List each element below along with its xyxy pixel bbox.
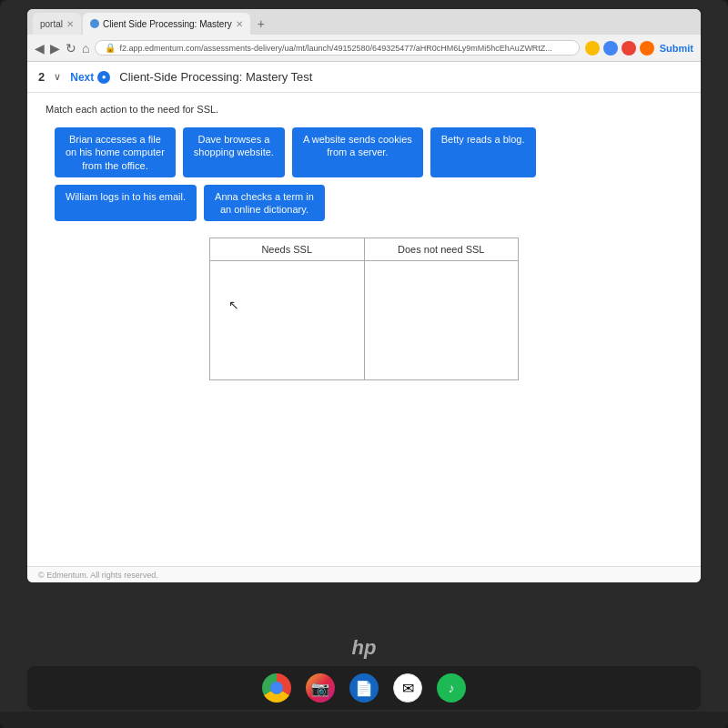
tab-mastery-icon xyxy=(90,19,99,28)
drag-item-dave[interactable]: Dave browses a shopping website. xyxy=(183,127,285,177)
tab-add-button[interactable]: + xyxy=(252,15,270,33)
submit-button[interactable]: Submit xyxy=(660,43,693,54)
tab-bar: portal ✕ Client Side Processing: Mastery… xyxy=(27,9,701,35)
forward-button[interactable]: ▶ xyxy=(50,41,60,56)
back-button[interactable]: ◀ xyxy=(35,41,45,56)
browser-icon-3 xyxy=(622,41,636,56)
next-icon: ● xyxy=(97,71,110,84)
page-title: Client-Side Processing: Mastery Test xyxy=(119,70,690,84)
drag-item-brian[interactable]: Brian accesses a file on his home comput… xyxy=(55,127,176,177)
footer: © Edmentum. All rights reserved. xyxy=(27,566,701,582)
drop-zone-needs-ssl[interactable]: ↖ xyxy=(210,261,365,379)
taskbar-camera-icon[interactable]: 📷 xyxy=(306,673,335,703)
tab-portal[interactable]: portal ✕ xyxy=(33,13,81,35)
tab-mastery-close[interactable]: ✕ xyxy=(236,19,243,29)
tab-mastery[interactable]: Client Side Processing: Mastery ✕ xyxy=(83,13,250,35)
keyboard-area xyxy=(0,712,728,728)
drop-zone-no-ssl[interactable] xyxy=(365,261,519,379)
taskbar-files-icon[interactable]: 📄 xyxy=(349,673,379,703)
drop-table-wrapper: Needs SSL Does not need SSL ↖ xyxy=(46,238,682,380)
instructions-text: Match each action to the need for SSL. xyxy=(46,104,682,115)
drop-table-header: Needs SSL Does not need SSL xyxy=(210,238,518,261)
address-bar: ◀ ▶ ↻ ⌂ 🔒 f2.app.edmentum.com/assessment… xyxy=(27,35,701,62)
main-content: Match each action to the need for SSL. B… xyxy=(27,93,701,566)
app-header: 2 ∨ Next ● Client-Side Processing: Maste… xyxy=(27,62,701,93)
home-button[interactable]: ⌂ xyxy=(82,41,89,56)
browser-window: portal ✕ Client Side Processing: Mastery… xyxy=(27,9,701,582)
refresh-button[interactable]: ↻ xyxy=(66,41,76,56)
drag-item-betty[interactable]: Betty reads a blog. xyxy=(430,127,536,177)
taskbar: 📷 📄 ✉ ♪ xyxy=(27,666,701,710)
taskbar-gmail-icon[interactable]: ✉ xyxy=(393,673,422,703)
lock-icon: 🔒 xyxy=(105,43,116,53)
taskbar-spotify-icon[interactable]: ♪ xyxy=(437,673,466,703)
drag-item-anna[interactable]: Anna checks a term in an online dictiona… xyxy=(204,185,325,222)
drop-table: Needs SSL Does not need SSL ↖ xyxy=(209,238,519,380)
tab-portal-label: portal xyxy=(40,19,63,29)
next-button-label: Next xyxy=(70,71,94,84)
screen-bezel: portal ✕ Client Side Processing: Mastery… xyxy=(27,9,701,582)
browser-icons xyxy=(585,41,654,56)
browser-icon-1 xyxy=(585,41,600,56)
chevron-down-icon: ∨ xyxy=(54,71,61,83)
laptop-outer: portal ✕ Client Side Processing: Mastery… xyxy=(0,0,728,728)
hp-logo: hp xyxy=(352,636,377,660)
browser-icon-2 xyxy=(603,41,618,56)
drag-item-william[interactable]: William logs in to his email. xyxy=(55,185,197,222)
draggable-items-container: Brian accesses a file on his home comput… xyxy=(46,127,682,221)
drop-table-body: ↖ xyxy=(210,261,518,379)
cursor-indicator: ↖ xyxy=(228,298,239,312)
col-header-needs-ssl: Needs SSL xyxy=(210,238,365,260)
drag-item-website[interactable]: A website sends cookies from a server. xyxy=(292,127,423,177)
tab-mastery-label: Client Side Processing: Mastery xyxy=(103,19,232,29)
question-number: 2 xyxy=(38,70,45,84)
col-header-no-ssl: Does not need SSL xyxy=(365,238,519,260)
footer-text: © Edmentum. All rights reserved. xyxy=(38,571,158,580)
next-button[interactable]: Next ● xyxy=(70,71,110,84)
url-text: f2.app.edmentum.com/assessments-delivery… xyxy=(119,44,551,53)
taskbar-chrome-icon[interactable] xyxy=(262,673,291,703)
url-box[interactable]: 🔒 f2.app.edmentum.com/assessments-delive… xyxy=(95,40,579,56)
browser-icon-4 xyxy=(640,41,654,56)
tab-portal-close[interactable]: ✕ xyxy=(66,19,74,29)
